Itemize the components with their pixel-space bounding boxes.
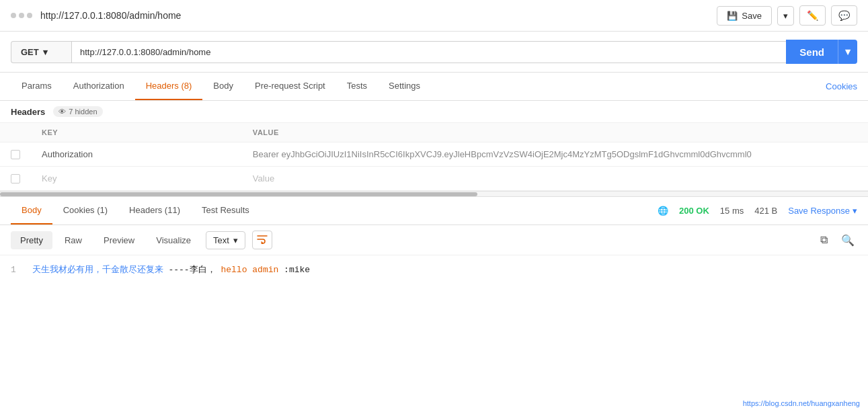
row2-check-cell: [0, 167, 31, 191]
rtab-body-label: Body: [22, 205, 42, 215]
view-pretty-label: Pretty: [20, 235, 43, 245]
dot-2: [19, 13, 24, 18]
headers-table: KEY VALUE: [0, 123, 868, 191]
send-arrow-icon[interactable]: ▾: [838, 40, 857, 64]
view-preview-button[interactable]: Preview: [94, 231, 144, 249]
eye-icon: 👁: [58, 108, 66, 116]
table-row: Key Value: [0, 167, 868, 191]
wrap-icon: [257, 235, 268, 246]
row2-key-cell: Key: [31, 167, 242, 191]
headers-label-row: Headers 👁 7 hidden: [0, 101, 868, 123]
rtab-test-results-label: Test Results: [202, 205, 249, 215]
send-button[interactable]: Send ▾: [786, 40, 857, 64]
tab-params[interactable]: Params: [11, 73, 63, 100]
row2-key: Key: [42, 173, 56, 183]
globe-icon: 🌐: [658, 206, 668, 216]
rtab-headers[interactable]: Headers (11): [118, 197, 191, 224]
tab-settings-label: Settings: [389, 81, 420, 91]
search-icon: 🔍: [841, 234, 855, 247]
response-time: 15 ms: [720, 206, 744, 216]
rtab-body[interactable]: Body: [11, 197, 52, 224]
tab-tests[interactable]: Tests: [336, 73, 378, 100]
response-content-suffix: :mike: [284, 265, 310, 275]
row1-value-cell: Bearer eyJhbGciOiJIUzI1NiIsInR5cCI6IkpXV…: [242, 142, 868, 167]
response-line-1: 1 天生我材必有用，千金散尽还复来 ----李白， hello admin :m…: [11, 263, 857, 276]
row1-key-cell: Authorization: [31, 142, 242, 167]
view-raw-label: Raw: [65, 235, 82, 245]
save-response-chevron-icon: ▾: [853, 206, 857, 216]
comment-button[interactable]: 💬: [831, 5, 857, 26]
search-button[interactable]: 🔍: [838, 231, 857, 249]
response-view-bar: Pretty Raw Preview Visualize Text ▾ ⧉: [0, 225, 868, 255]
row1-checkbox[interactable]: [11, 150, 20, 159]
col-key-header: KEY: [31, 123, 242, 142]
response-body: 1 天生我材必有用，千金散尽还复来 ----李白， hello admin :m…: [0, 255, 868, 276]
save-response-label: Save Response: [788, 206, 850, 216]
headers-table-wrap: KEY VALUE: [0, 123, 868, 191]
hidden-badge: 👁 7 hidden: [53, 106, 102, 117]
tab-body[interactable]: Body: [202, 73, 244, 100]
response-tabs: Body Cookies (1) Headers (11) Test Resul…: [0, 197, 868, 225]
tab-tests-label: Tests: [347, 81, 367, 91]
view-visualize-label: Visualize: [156, 235, 191, 245]
line-number-1: 1: [11, 265, 16, 275]
tab-cookies[interactable]: Cookies: [815, 73, 857, 99]
col-check-header: [0, 123, 31, 142]
rtab-cookies[interactable]: Cookies (1): [52, 197, 118, 224]
rtab-cookies-label: Cookies (1): [63, 205, 108, 215]
view-pretty-button[interactable]: Pretty: [11, 231, 52, 249]
rtab-headers-label: Headers (11): [129, 205, 180, 215]
dot-3: [27, 13, 32, 18]
tab-authorization[interactable]: Authorization: [63, 73, 135, 100]
page-url-title: http://127.0.0.1:8080/admin/home: [40, 10, 709, 21]
response-content-highlight: hello admin: [221, 265, 278, 275]
save-response-button[interactable]: Save Response ▾: [788, 206, 857, 216]
tab-settings[interactable]: Settings: [378, 73, 431, 100]
format-chevron-icon: ▾: [233, 235, 238, 245]
col-value-header: VALUE: [242, 123, 868, 142]
method-label: GET: [21, 47, 39, 57]
tab-cookies-label: Cookies: [826, 81, 857, 91]
view-visualize-button[interactable]: Visualize: [147, 231, 200, 249]
row1-key: Authorization: [42, 149, 93, 159]
hscroll-thumb: [0, 192, 477, 196]
copy-button[interactable]: ⧉: [814, 231, 833, 249]
rtab-test-results[interactable]: Test Results: [191, 197, 260, 224]
method-select[interactable]: GET ▾: [11, 41, 71, 63]
response-content-separator: ----李白，: [168, 265, 215, 275]
save-label: Save: [742, 11, 762, 21]
row2-value-cell: Value: [242, 167, 868, 191]
request-tabs: Params Authorization Headers (8) Body Pr…: [0, 73, 868, 101]
tab-prerequest[interactable]: Pre-request Script: [244, 73, 336, 100]
tab-prerequest-label: Pre-request Script: [255, 81, 325, 91]
headers-section: Headers 👁 7 hidden KEY VALUE: [0, 101, 868, 192]
pencil-icon: ✏️: [807, 10, 818, 21]
tab-authorization-label: Authorization: [73, 81, 124, 91]
request-bar: GET ▾ Send ▾: [0, 32, 868, 73]
table-row: Authorization Bearer eyJhbGciOiJIUzI1NiI…: [0, 142, 868, 167]
top-actions: 💾 Save ▾ ✏️ 💬: [717, 5, 857, 26]
tab-headers[interactable]: Headers (8): [135, 73, 203, 100]
edit-button[interactable]: ✏️: [799, 5, 826, 26]
tab-params-label: Params: [22, 81, 52, 91]
url-input[interactable]: [71, 41, 786, 63]
save-dropdown-button[interactable]: ▾: [777, 6, 794, 26]
format-label: Text: [213, 235, 229, 245]
save-button[interactable]: 💾 Save: [717, 6, 772, 26]
row2-value: Value: [253, 173, 274, 183]
row1-value: Bearer eyJhbGciOiJIUzI1NiIsInR5cCI6IkpXV…: [253, 149, 857, 159]
copy-icon: ⧉: [820, 234, 828, 246]
response-content-prefix: 天生我材必有用，千金散尽还复来: [32, 265, 163, 275]
window-dots: [11, 13, 32, 18]
view-raw-button[interactable]: Raw: [55, 231, 91, 249]
response-size: 421 B: [754, 206, 777, 216]
horizontal-scrollbar[interactable]: [0, 192, 868, 197]
format-select[interactable]: Text ▾: [206, 231, 245, 249]
row2-checkbox[interactable]: [11, 174, 20, 183]
save-disk-icon: 💾: [727, 11, 738, 21]
send-label: Send: [786, 40, 838, 64]
top-bar: http://127.0.0.1:8080/admin/home 💾 Save …: [0, 0, 868, 32]
headers-section-label: Headers: [11, 107, 45, 117]
chevron-down-icon: ▾: [783, 11, 788, 21]
wrap-button[interactable]: [252, 231, 272, 249]
